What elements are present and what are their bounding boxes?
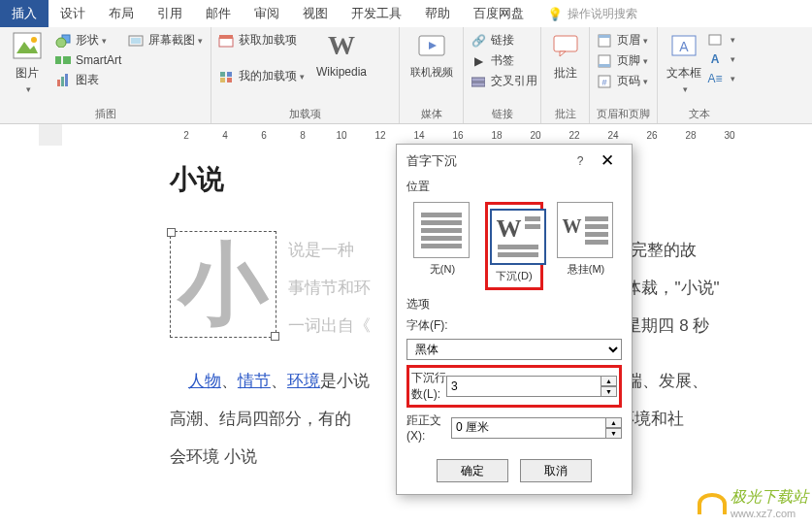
lines-input[interactable] [446, 376, 601, 397]
tab-baidunetdisk[interactable]: 百度网盘 [462, 0, 536, 27]
chevron-down-icon[interactable]: ▼ [601, 386, 617, 397]
horizontal-ruler[interactable]: 2 4 6 8 10 12 14 16 18 20 22 24 26 28 30 [0, 124, 812, 146]
p3-seg-a: 高潮、结局四部分，有的 [170, 410, 351, 428]
smartart-button[interactable]: SmartArt [54, 50, 121, 70]
svg-rect-21 [471, 82, 485, 86]
crossref-button[interactable]: 交叉引用 [470, 71, 537, 91]
picture-icon [12, 30, 43, 61]
svg-text:A: A [679, 39, 689, 54]
my-addins-label: 我的加载项 [239, 68, 297, 84]
svg-marker-23 [560, 51, 566, 56]
chevron-down-icon[interactable]: ▼ [606, 428, 622, 439]
smartart-icon [54, 52, 72, 68]
tab-references[interactable]: 引用 [146, 0, 194, 27]
group-text-label: 文本 [664, 105, 735, 123]
pictures-button[interactable]: 图片▾ [6, 30, 49, 105]
crossref-icon [470, 74, 487, 89]
distance-input[interactable] [451, 417, 606, 439]
tell-me-search[interactable]: 💡 操作说明搜索 [536, 0, 649, 27]
pagenum-button[interactable]: #页码▾ [596, 71, 648, 91]
ribbon-body: 图片▾ 形状▾ SmartArt 图表 屏幕截图▾ 插图 获取加载项 我的加载项… [0, 27, 812, 124]
p1-seg-a: 说是一种 [288, 241, 354, 259]
tab-mailings[interactable]: 邮件 [194, 0, 243, 27]
group-header-footer-label: 页眉和页脚 [596, 105, 651, 123]
tab-insert[interactable]: 插入 [0, 0, 49, 27]
distance-spinner[interactable]: ▲▼ [606, 417, 622, 439]
svg-rect-27 [599, 64, 610, 67]
footer-button[interactable]: 页脚▾ [596, 50, 648, 71]
header-button[interactable]: 页眉▾ [596, 30, 648, 50]
chevron-up-icon[interactable]: ▲ [606, 417, 622, 428]
my-addins-button[interactable]: 我的加载项▾ [217, 66, 305, 86]
tab-design[interactable]: 设计 [49, 0, 97, 27]
tell-me-hint: 操作说明搜索 [568, 6, 637, 22]
wordart-icon: A [706, 51, 724, 67]
wordart-button[interactable]: A▾ [706, 49, 735, 69]
svg-rect-17 [227, 78, 232, 82]
wikipedia-icon: W [326, 30, 357, 61]
get-addins-label: 获取加载项 [239, 32, 297, 49]
svg-rect-9 [65, 74, 68, 86]
get-addins-button[interactable]: 获取加载项 [217, 30, 305, 50]
font-select[interactable]: 黑体 [406, 339, 622, 360]
dialog-help-button[interactable]: ? [569, 154, 591, 168]
ok-button[interactable]: 确定 [437, 459, 508, 482]
screenshot-button[interactable]: 屏幕截图▾ [127, 30, 203, 50]
group-comments-label: 批注 [547, 105, 583, 123]
tab-developer[interactable]: 开发工具 [340, 0, 413, 27]
shapes-button[interactable]: 形状▾ [54, 30, 121, 50]
chevron-up-icon[interactable]: ▲ [601, 376, 617, 386]
watermark-url: www.xz7.com [731, 508, 808, 519]
options-section-label: 选项 [406, 296, 622, 313]
watermark-brand: 极光下载站 [731, 487, 808, 508]
hyperlink-button[interactable]: 🔗链接 [470, 30, 537, 50]
svg-rect-8 [61, 77, 64, 86]
p2-seg-a: 是小说 [320, 372, 370, 390]
chart-label: 图表 [76, 72, 99, 88]
svg-rect-32 [709, 35, 721, 45]
group-media-label: 媒体 [406, 105, 457, 123]
font-label: 字体(F): [406, 317, 622, 334]
svg-rect-5 [55, 56, 61, 64]
pagenum-icon: # [596, 74, 613, 89]
svg-rect-14 [220, 72, 225, 77]
wikipedia-label: Wikipedia [312, 65, 371, 79]
online-video-button[interactable]: 联机视频 [406, 30, 457, 105]
shapes-label: 形状 [76, 32, 99, 49]
quickparts-button[interactable]: ▾ [706, 30, 735, 49]
wikipedia-button[interactable]: W Wikipedia [312, 30, 371, 105]
position-dropped-option[interactable]: W 下沉(D) [485, 202, 543, 290]
svg-rect-11 [131, 38, 141, 44]
comment-button[interactable]: 批注 [547, 30, 583, 105]
tab-layout[interactable]: 布局 [97, 0, 146, 27]
screenshot-icon [127, 33, 145, 49]
tab-help[interactable]: 帮助 [413, 0, 462, 27]
tab-review[interactable]: 审阅 [243, 0, 291, 27]
link-label: 链接 [491, 32, 514, 49]
svg-rect-16 [220, 78, 225, 82]
p1-seg-c: 事情节和环 [288, 279, 371, 297]
position-none-thumb [413, 202, 470, 258]
lines-spinner[interactable]: ▲▼ [601, 376, 617, 397]
link-icon: 🔗 [470, 33, 487, 49]
position-margin-label: 悬挂(M) [557, 262, 615, 277]
svg-rect-25 [599, 35, 610, 38]
group-links-label: 链接 [470, 105, 535, 123]
position-none-option[interactable]: 无(N) [413, 202, 471, 290]
dialog-close-button[interactable]: ✕ [591, 150, 624, 171]
dropcap-selection-box[interactable]: 小 [170, 231, 276, 338]
comment-label: 批注 [547, 65, 583, 82]
chart-button[interactable]: 图表 [54, 70, 121, 90]
textbox-button[interactable]: A 文本框▾ [664, 30, 704, 105]
dropcap-char: 小 [179, 181, 268, 387]
link-environment[interactable]: 环境 [287, 372, 320, 390]
cancel-button[interactable]: 取消 [520, 459, 592, 482]
svg-rect-20 [471, 78, 485, 82]
distance-label: 距正文(X): [406, 412, 451, 443]
dropcap-menu-button[interactable]: A≡▾ [706, 69, 735, 88]
position-margin-option[interactable]: W 悬挂(M) [557, 202, 615, 290]
bookmark-button[interactable]: ▶书签 [470, 50, 537, 71]
dropcap-icon: A≡ [706, 71, 724, 86]
footer-label: 页脚 [617, 52, 640, 69]
tab-view[interactable]: 视图 [291, 0, 340, 27]
